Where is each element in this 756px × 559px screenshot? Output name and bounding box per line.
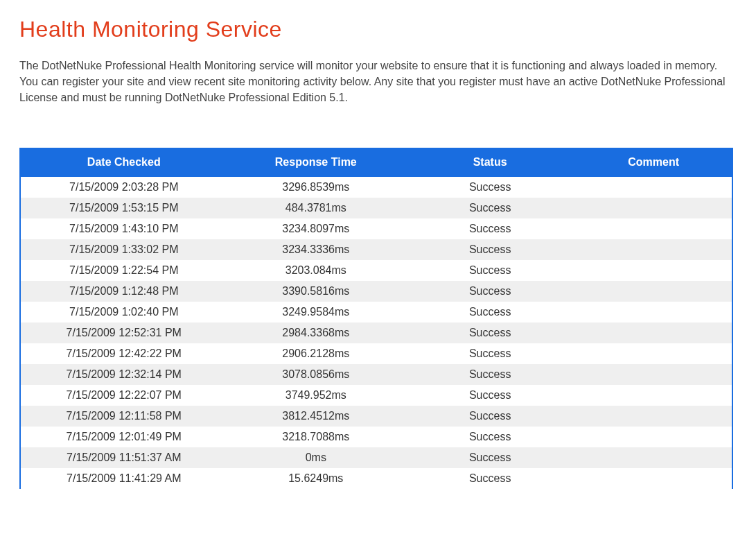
cell-comment xyxy=(575,427,732,447)
cell-response-time: 3749.952ms xyxy=(227,385,405,406)
table-row: 7/15/2009 1:53:15 PM484.3781msSuccess xyxy=(21,198,732,218)
cell-date-checked: 7/15/2009 1:12:48 PM xyxy=(21,281,227,302)
cell-comment xyxy=(575,198,732,218)
cell-status: Success xyxy=(405,260,575,281)
table-row: 7/15/2009 1:43:10 PM3234.8097msSuccess xyxy=(21,218,732,239)
table-row: 7/15/2009 12:11:58 PM3812.4512msSuccess xyxy=(21,406,732,427)
cell-comment xyxy=(575,281,732,302)
table-row: 7/15/2009 1:12:48 PM3390.5816msSuccess xyxy=(21,281,732,302)
cell-comment xyxy=(575,260,732,281)
cell-date-checked: 7/15/2009 1:43:10 PM xyxy=(21,218,227,239)
cell-response-time: 3218.7088ms xyxy=(227,427,405,447)
cell-response-time: 0ms xyxy=(227,447,405,468)
cell-response-time: 2906.2128ms xyxy=(227,343,405,364)
table-row: 7/15/2009 11:41:29 AM15.6249msSuccess xyxy=(21,468,732,489)
monitoring-table: Date Checked Response Time Status Commen… xyxy=(21,149,732,489)
cell-comment xyxy=(575,177,732,198)
table-header-row: Date Checked Response Time Status Commen… xyxy=(21,149,732,177)
cell-date-checked: 7/15/2009 2:03:28 PM xyxy=(21,177,227,198)
table-row: 7/15/2009 12:22:07 PM3749.952msSuccess xyxy=(21,385,732,406)
cell-comment xyxy=(575,385,732,406)
cell-status: Success xyxy=(405,218,575,239)
cell-date-checked: 7/15/2009 12:52:31 PM xyxy=(21,322,227,343)
table-row: 7/15/2009 12:32:14 PM3078.0856msSuccess xyxy=(21,364,732,385)
cell-comment xyxy=(575,406,732,427)
cell-status: Success xyxy=(405,364,575,385)
cell-date-checked: 7/15/2009 1:53:15 PM xyxy=(21,198,227,218)
cell-status: Success xyxy=(405,343,575,364)
col-header-comment: Comment xyxy=(575,149,732,177)
cell-comment xyxy=(575,364,732,385)
cell-date-checked: 7/15/2009 12:22:07 PM xyxy=(21,385,227,406)
cell-date-checked: 7/15/2009 12:42:22 PM xyxy=(21,343,227,364)
cell-response-time: 3234.8097ms xyxy=(227,218,405,239)
cell-status: Success xyxy=(405,239,575,260)
table-row: 7/15/2009 1:33:02 PM3234.3336msSuccess xyxy=(21,239,732,260)
cell-comment xyxy=(575,468,732,489)
cell-status: Success xyxy=(405,427,575,447)
cell-response-time: 3234.3336ms xyxy=(227,239,405,260)
col-header-status: Status xyxy=(405,149,575,177)
cell-date-checked: 7/15/2009 11:41:29 AM xyxy=(21,468,227,489)
cell-response-time: 484.3781ms xyxy=(227,198,405,218)
table-row: 7/15/2009 2:03:28 PM3296.8539msSuccess xyxy=(21,177,732,198)
cell-status: Success xyxy=(405,406,575,427)
table-row: 7/15/2009 12:52:31 PM2984.3368msSuccess xyxy=(21,322,732,343)
cell-response-time: 3203.084ms xyxy=(227,260,405,281)
table-row: 7/15/2009 12:01:49 PM3218.7088msSuccess xyxy=(21,427,732,447)
cell-comment xyxy=(575,322,732,343)
cell-status: Success xyxy=(405,322,575,343)
col-header-response-time: Response Time xyxy=(227,149,405,177)
cell-status: Success xyxy=(405,447,575,468)
table-row: 7/15/2009 11:51:37 AM0msSuccess xyxy=(21,447,732,468)
page-title: Health Monitoring Service xyxy=(19,17,737,42)
table-body: 7/15/2009 2:03:28 PM3296.8539msSuccess7/… xyxy=(21,177,732,489)
cell-response-time: 15.6249ms xyxy=(227,468,405,489)
intro-text: The DotNetNuke Professional Health Monit… xyxy=(19,58,733,106)
cell-response-time: 2984.3368ms xyxy=(227,322,405,343)
cell-comment xyxy=(575,447,732,468)
cell-status: Success xyxy=(405,302,575,322)
cell-status: Success xyxy=(405,177,575,198)
cell-comment xyxy=(575,302,732,322)
cell-comment xyxy=(575,239,732,260)
table-row: 7/15/2009 1:22:54 PM3203.084msSuccess xyxy=(21,260,732,281)
cell-response-time: 3249.9584ms xyxy=(227,302,405,322)
cell-status: Success xyxy=(405,281,575,302)
page-container: Health Monitoring Service The DotNetNuke… xyxy=(0,0,756,489)
cell-date-checked: 7/15/2009 12:01:49 PM xyxy=(21,427,227,447)
cell-date-checked: 7/15/2009 12:11:58 PM xyxy=(21,406,227,427)
cell-date-checked: 7/15/2009 1:22:54 PM xyxy=(21,260,227,281)
cell-response-time: 3390.5816ms xyxy=(227,281,405,302)
cell-response-time: 3296.8539ms xyxy=(227,177,405,198)
cell-response-time: 3812.4512ms xyxy=(227,406,405,427)
cell-comment xyxy=(575,218,732,239)
cell-status: Success xyxy=(405,468,575,489)
table-row: 7/15/2009 12:42:22 PM2906.2128msSuccess xyxy=(21,343,732,364)
cell-status: Success xyxy=(405,198,575,218)
cell-date-checked: 7/15/2009 1:33:02 PM xyxy=(21,239,227,260)
table-row: 7/15/2009 1:02:40 PM3249.9584msSuccess xyxy=(21,302,732,322)
cell-comment xyxy=(575,343,732,364)
monitoring-table-wrap: Date Checked Response Time Status Commen… xyxy=(19,148,733,489)
cell-date-checked: 7/15/2009 1:02:40 PM xyxy=(21,302,227,322)
cell-status: Success xyxy=(405,385,575,406)
cell-date-checked: 7/15/2009 12:32:14 PM xyxy=(21,364,227,385)
table-header: Date Checked Response Time Status Commen… xyxy=(21,149,732,177)
col-header-date-checked: Date Checked xyxy=(21,149,227,177)
cell-response-time: 3078.0856ms xyxy=(227,364,405,385)
cell-date-checked: 7/15/2009 11:51:37 AM xyxy=(21,447,227,468)
